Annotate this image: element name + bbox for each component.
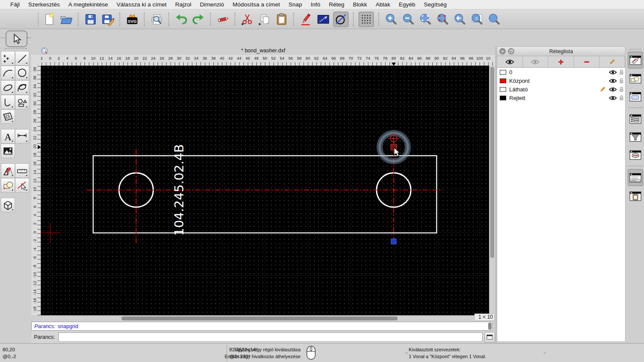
print-preview-button[interactable]	[149, 12, 164, 27]
entity-info-toggle-button[interactable]	[628, 147, 643, 163]
clipboard-widget-toggle-button[interactable]	[628, 188, 643, 204]
drag-handle[interactable]	[1, 37, 5, 38]
lock-icon[interactable]	[619, 87, 624, 92]
tool-points-button[interactable]	[1, 51, 15, 66]
ruler-label: 74	[364, 56, 372, 60]
ruler-label: 24	[149, 56, 157, 60]
menu-a-megtekint-se[interactable]: A megtekintése	[64, 1, 112, 8]
command-widget-toggle-button[interactable]	[628, 169, 643, 186]
tool-measure-button[interactable]	[15, 163, 29, 178]
entity-list-toggle-button[interactable]	[628, 111, 643, 127]
lock-icon[interactable]	[619, 95, 624, 101]
menu-r-teg[interactable]: Réteg	[325, 1, 349, 8]
remove-layer-button[interactable]	[574, 56, 600, 67]
library-browser-toggle-button[interactable]	[628, 88, 643, 105]
tool-dimension-button[interactable]	[15, 129, 29, 144]
scrollbar-thumb[interactable]	[122, 317, 398, 320]
menu-rajzol[interactable]: Rajzol	[171, 1, 196, 8]
menu-dimenzi-[interactable]: Dimenzió	[195, 1, 228, 8]
layer-row-k-zpont[interactable]: Központ	[497, 76, 625, 85]
command-input[interactable]	[58, 332, 483, 342]
menu-v-lassza-ki-a-c-met[interactable]: Válassza ki a címet	[112, 1, 171, 8]
selection-filter-toggle-button[interactable]	[628, 129, 643, 145]
tool-circle-button[interactable]	[15, 66, 29, 80]
vertical-scrollbar[interactable]	[489, 66, 495, 315]
menu-egy-b[interactable]: Egyéb	[395, 1, 419, 8]
redo-icon	[192, 13, 205, 26]
tool-spline-button[interactable]	[15, 80, 29, 95]
layer-row-rejtett[interactable]: Rejtett	[497, 94, 625, 102]
drag-handle[interactable]	[629, 49, 641, 50]
zoom-window-button[interactable]	[470, 12, 484, 27]
lock-icon[interactable]	[619, 69, 624, 75]
redo-button[interactable]	[191, 12, 206, 27]
svg-text:A: A	[4, 131, 12, 142]
show-all-eye-button[interactable]	[497, 56, 523, 67]
add-layer-button[interactable]	[548, 56, 574, 67]
menu-snap[interactable]: Snap	[284, 1, 307, 8]
drag-handle[interactable]	[27, 37, 31, 38]
tool-block-button[interactable]	[1, 178, 15, 193]
snap-grid-button[interactable]	[358, 12, 374, 27]
tool-box3d-button[interactable]	[1, 198, 15, 212]
tool-shapes-button[interactable]	[15, 95, 29, 109]
menu-blokk[interactable]: Blokk	[349, 1, 371, 8]
block-list-toggle-button[interactable]	[628, 70, 643, 87]
attributes-button[interactable]	[316, 12, 331, 27]
eye-icon[interactable]	[609, 87, 617, 92]
ruler-label: 12	[32, 177, 37, 185]
layer-list-toggle-button[interactable]	[628, 51, 643, 69]
menu-m-dos-tsa-a-c-met[interactable]: Módosítsa a címet	[228, 1, 284, 8]
zoom-auto-button[interactable]	[418, 12, 433, 27]
layer-row-l-that-[interactable]: Látható	[497, 85, 625, 94]
eye-icon[interactable]	[609, 69, 617, 75]
zoom-out-button[interactable]	[401, 12, 416, 27]
scrollbar-thumb[interactable]	[490, 67, 494, 258]
zoom-in-button[interactable]	[384, 12, 398, 27]
history-scrollbar-thumb[interactable]	[488, 323, 492, 330]
ruler-label: 0	[32, 228, 37, 237]
drawing-canvas[interactable]: 104.245.02.4B	[41, 66, 489, 315]
open-button[interactable]	[59, 12, 73, 27]
svg-export-button[interactable]: SVG	[125, 12, 140, 27]
layer-row-0[interactable]: 0	[497, 68, 625, 76]
modify-layer-button[interactable]	[599, 56, 625, 67]
save-as-button[interactable]	[100, 12, 115, 27]
hide-all-eye-button[interactable]	[523, 56, 549, 67]
zoom-redraw-button[interactable]	[435, 12, 450, 27]
eye-icon[interactable]	[609, 78, 617, 83]
horizontal-scrollbar[interactable]	[41, 315, 474, 321]
copy-button[interactable]	[257, 12, 272, 27]
lock-icon[interactable]	[619, 78, 624, 84]
tool-polyline-button[interactable]	[1, 95, 15, 109]
paste-button[interactable]	[274, 12, 289, 27]
tool-text-button[interactable]: A	[1, 129, 15, 144]
drag-handle[interactable]	[5, 48, 27, 49]
menu-seg-ts-g[interactable]: Segítség	[419, 1, 451, 8]
layer-color-swatch	[500, 70, 506, 75]
eye-icon[interactable]	[609, 95, 617, 100]
tool-image-button[interactable]	[1, 144, 15, 158]
pen-button[interactable]	[299, 12, 313, 27]
drag-handle[interactable]	[38, 13, 39, 26]
undo-button[interactable]	[174, 12, 188, 27]
erase-button[interactable]	[216, 12, 230, 27]
tool-line-button[interactable]	[15, 51, 29, 66]
menu-f-jl[interactable]: Fájl	[6, 1, 24, 8]
menu-inf-[interactable]: Infó	[307, 1, 325, 8]
new-button[interactable]	[42, 12, 56, 27]
save-button[interactable]	[83, 12, 98, 27]
tool-modify-button[interactable]	[1, 163, 15, 178]
selection-arrow-button[interactable]	[6, 30, 27, 47]
zoom-pan-button[interactable]	[487, 12, 501, 27]
zoom-previous-button[interactable]	[453, 12, 467, 27]
tool-hatch-button[interactable]	[1, 109, 15, 124]
tool-ellipse-button[interactable]	[1, 80, 15, 95]
circle-line-button[interactable]	[333, 12, 349, 27]
tool-deselect-button[interactable]	[15, 178, 29, 193]
cut-button[interactable]	[240, 12, 255, 27]
menu-szerkeszt-s[interactable]: Szerkesztés	[24, 1, 64, 8]
tool-arc-button[interactable]	[1, 66, 15, 80]
command-options-button[interactable]	[484, 332, 495, 343]
menu-ablak[interactable]: Ablak	[371, 1, 395, 8]
